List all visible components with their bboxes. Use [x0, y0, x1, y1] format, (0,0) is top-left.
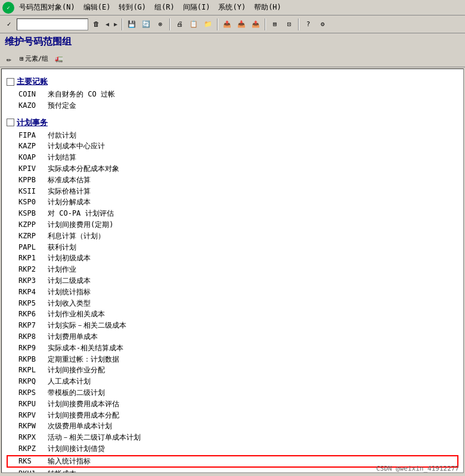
- section-main-accounts-header: 主要记账: [7, 76, 458, 87]
- list-item: KPPB 标准成本估算: [7, 175, 458, 186]
- item-code: RKP5: [18, 298, 45, 309]
- item-code: RKPW: [18, 421, 45, 431]
- item-desc: 实际价格计算: [48, 186, 91, 197]
- planned-checkbox[interactable]: [7, 119, 14, 126]
- main-accounts-title[interactable]: 主要记账: [17, 76, 48, 87]
- item-desc: 计划收入类型: [48, 298, 91, 309]
- command-field[interactable]: [17, 18, 88, 30]
- item-desc: 计划间接费用(定期): [48, 220, 113, 230]
- item-desc: 计划初级成本: [48, 253, 91, 263]
- item-code: PAPL: [18, 242, 45, 253]
- item-desc: 获利计划: [48, 242, 76, 253]
- item-code: RKP3: [18, 276, 45, 286]
- sep3: [217, 18, 218, 30]
- list-item: COIN 来自财务的 CO 过帐: [7, 89, 458, 100]
- item-code: KAZO: [18, 101, 45, 111]
- item-code: FIPA: [18, 130, 45, 141]
- item-desc: 计划间接计划借贷: [48, 444, 105, 454]
- item-desc: 对 CO-PA 计划评估: [48, 209, 114, 219]
- main-toolbar: ✓ 🗑 ◀ ▶ 💾 🔄 ⊗ 🖨 📋 📁 📤 📥 📤 ⊞ ⊡ ? ⚙: [0, 15, 465, 33]
- delete-btn[interactable]: 🗑: [89, 18, 103, 31]
- item-code: RKU1: [18, 469, 45, 474]
- list-item: RKP5 计划收入类型: [7, 298, 458, 309]
- item-code: RKP8: [18, 332, 45, 342]
- item-desc: 付款计划: [48, 130, 76, 141]
- item-code: KSPB: [18, 209, 45, 219]
- save-btn[interactable]: 💾: [125, 18, 138, 31]
- btn6[interactable]: 📁: [202, 18, 215, 31]
- item-code: RKS: [18, 456, 45, 466]
- item-code: RKP1: [18, 253, 45, 263]
- transport-btn[interactable]: 🚛: [52, 52, 66, 66]
- planned-title[interactable]: 计划事务: [17, 117, 48, 128]
- grid-btn[interactable]: ⊞: [268, 18, 281, 31]
- item-code: RKPU: [18, 399, 45, 409]
- item-code: KPIV: [18, 164, 45, 174]
- item-desc: 带模板的二级计划: [48, 388, 105, 398]
- item-code: KZRP: [18, 231, 45, 241]
- item-desc: 预付定金: [48, 101, 76, 111]
- item-code: RKP4: [18, 287, 45, 297]
- item-desc: 实际成本分配成本对象: [48, 164, 119, 174]
- list-item: KSPB 对 CO-PA 计划评估: [7, 208, 458, 219]
- menu-item-number-range[interactable]: 号码范围对象(N): [16, 1, 79, 14]
- back-btn[interactable]: ◀: [104, 20, 111, 28]
- list-item: RKPW 次级费用单成本计划: [7, 421, 458, 432]
- list-item: RKP6 计划作业相关成本: [7, 309, 458, 320]
- list-item: KAZO 预付定金: [7, 100, 458, 111]
- item-desc: 活动－相关二级订单成本计划: [48, 433, 141, 443]
- item-desc: 计划实际－相关二级成本: [48, 321, 126, 331]
- item-code: RKPQ: [18, 377, 45, 387]
- list-item: RKPX 活动－相关二级订单成本计划: [7, 432, 458, 443]
- edit-icon-btn[interactable]: ✏: [2, 52, 16, 66]
- list-item: RKPV 计划间接费用成本分配: [7, 410, 458, 421]
- btn9[interactable]: 📤: [249, 18, 262, 31]
- item-code: RKP2: [18, 265, 45, 275]
- check-btn[interactable]: ✓: [2, 18, 16, 31]
- item-desc: 计划间接作业分配: [48, 365, 105, 375]
- btn13[interactable]: ⚙: [316, 18, 329, 31]
- item-desc: 计划成本中心应计: [48, 141, 105, 151]
- item-code: KPPB: [18, 175, 45, 185]
- list-item: KZPP 计划间接费用(定期): [7, 219, 458, 231]
- item-desc: 计划分解成本: [48, 197, 91, 207]
- list-item: PAPL 获利计划: [7, 242, 458, 253]
- second-toolbar: ✏ ⊞ 元素/组 🚛: [0, 51, 465, 67]
- btn3[interactable]: ⊗: [154, 18, 167, 31]
- menu-item-goto[interactable]: 转到(G): [115, 1, 150, 14]
- menu-item-interval[interactable]: 间隔(I): [179, 1, 214, 14]
- print-btn[interactable]: 🖨: [173, 18, 186, 31]
- btn5[interactable]: 📋: [187, 18, 200, 31]
- page-title-bar: 维护号码范围组: [0, 33, 465, 51]
- item-code: RKP9: [18, 343, 45, 353]
- menu-item-help[interactable]: 帮助(H): [250, 1, 285, 14]
- item-desc: 计划统计指标: [48, 287, 91, 297]
- list-item: KSII 实际价格计算: [7, 186, 458, 197]
- item-code: RKPX: [18, 433, 45, 443]
- menu-item-system[interactable]: 系统(Y): [215, 1, 249, 14]
- btn11[interactable]: ⊡: [283, 18, 296, 31]
- sep4: [265, 18, 266, 30]
- btn2[interactable]: 🔄: [140, 18, 153, 31]
- item-desc: 来自财务的 CO 过帐: [48, 89, 115, 99]
- forward-btn[interactable]: ▶: [112, 20, 119, 28]
- menu-item-group[interactable]: 组(R): [151, 1, 178, 14]
- main-accounts-checkbox[interactable]: [7, 78, 14, 86]
- menu-item-edit[interactable]: 编辑(E): [80, 1, 114, 14]
- help-btn[interactable]: ?: [302, 18, 315, 31]
- elements-group-btn[interactable]: ⊞ 元素/组: [17, 52, 51, 66]
- btn8[interactable]: 📥: [235, 18, 248, 31]
- item-code: RKP7: [18, 321, 45, 331]
- item-code: COIN: [18, 89, 45, 99]
- list-item: KOAP 计划结算: [7, 152, 458, 163]
- list-item: KAZP 计划成本中心应计: [7, 141, 458, 152]
- item-desc: 标准成本估算: [48, 175, 91, 185]
- btn7[interactable]: 📤: [221, 18, 234, 31]
- item-code: RKPS: [18, 388, 45, 398]
- item-desc: 计划作业: [48, 265, 76, 275]
- sep2: [169, 18, 170, 30]
- list-item: RKPS 带模板的二级计划: [7, 387, 458, 399]
- item-desc: 输入统计指标: [48, 456, 91, 466]
- item-code: KSII: [18, 186, 45, 197]
- sep5: [298, 18, 299, 30]
